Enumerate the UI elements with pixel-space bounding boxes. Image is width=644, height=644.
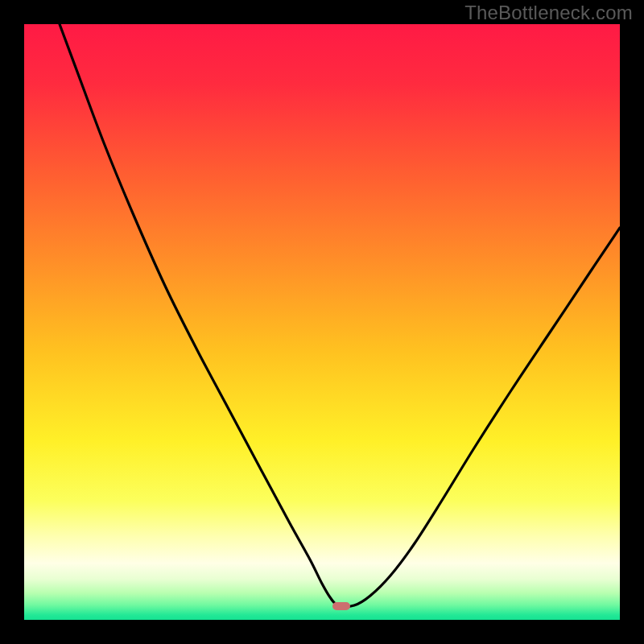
bottleneck-curve (24, 24, 620, 620)
plot-area (24, 24, 620, 620)
optimal-marker (332, 602, 350, 610)
chart-frame: TheBottleneck.com (0, 0, 644, 644)
attribution-label: TheBottleneck.com (464, 2, 633, 24)
